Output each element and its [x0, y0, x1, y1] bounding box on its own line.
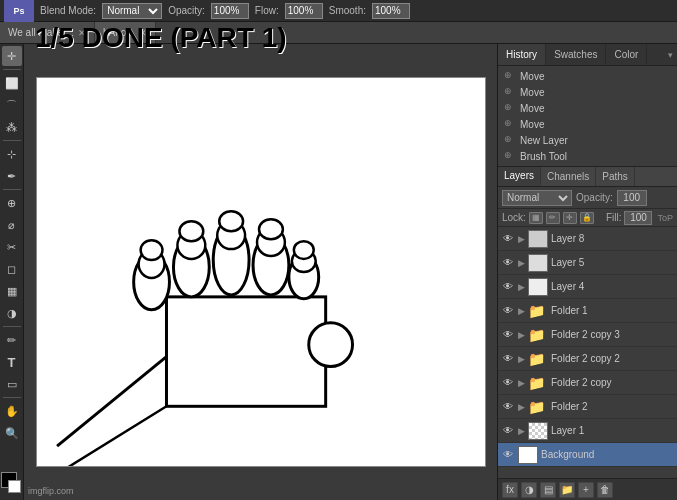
fill-input[interactable]: [624, 211, 652, 225]
magic-wand-tool[interactable]: ⁂: [2, 117, 22, 137]
zoom-tool[interactable]: 🔍: [2, 423, 22, 443]
lock-transparency-icon[interactable]: ▦: [529, 212, 543, 224]
history-item-2[interactable]: ⊕ Move: [500, 100, 675, 116]
layers-tab[interactable]: Layers: [498, 167, 541, 186]
color-tab[interactable]: Color: [606, 44, 647, 65]
eye-icon-7[interactable]: 👁: [501, 400, 515, 414]
healing-tool[interactable]: ⊕: [2, 193, 22, 213]
layer-item-7[interactable]: 👁 ▶ 📁 Folder 2: [498, 395, 677, 419]
top-toolbar: Ps Blend Mode: Normal Opacity: Flow: Smo…: [0, 0, 677, 22]
layer-new-btn[interactable]: +: [578, 482, 594, 498]
svg-point-16: [293, 241, 313, 259]
shape-tool[interactable]: ▭: [2, 374, 22, 394]
marquee-tool[interactable]: ⬜: [2, 73, 22, 93]
title-overlay: 1/5 DONE (PART 1): [35, 22, 287, 54]
eye-icon-4[interactable]: 👁: [501, 328, 515, 342]
folder-icon-7: 📁: [528, 399, 545, 415]
smooth-input[interactable]: [372, 3, 410, 19]
layer-arrow-7: ▶: [518, 402, 525, 412]
history-item-3[interactable]: ⊕ Move: [500, 116, 675, 132]
gradient-tool[interactable]: ▦: [2, 281, 22, 301]
layer-name-9: Background: [541, 449, 674, 460]
eye-icon-2[interactable]: 👁: [501, 280, 515, 294]
layer-thumb-7: 📁: [528, 398, 548, 416]
dodge-tool[interactable]: ◑: [2, 303, 22, 323]
layer-fx-btn[interactable]: fx: [502, 482, 518, 498]
panel-tabs: History Swatches Color ▾: [498, 44, 677, 66]
history-tab[interactable]: History: [498, 44, 546, 65]
tool-divider-5: [3, 397, 21, 398]
brush-tool[interactable]: ⌀: [2, 215, 22, 235]
layer-item-4[interactable]: 👁 ▶ 📁 Folder 2 copy 3: [498, 323, 677, 347]
lock-position-icon[interactable]: ✛: [563, 212, 577, 224]
text-tool[interactable]: T: [2, 352, 22, 372]
clone-tool[interactable]: ✂: [2, 237, 22, 257]
layer-name-5: Folder 2 copy 2: [551, 353, 674, 364]
eye-icon-1[interactable]: 👁: [501, 256, 515, 270]
top-label: ToP: [657, 213, 673, 223]
lock-image-icon[interactable]: ✏: [546, 212, 560, 224]
channels-tab[interactable]: Channels: [541, 167, 596, 186]
layer-adjustment-btn[interactable]: ▤: [540, 482, 556, 498]
history-item-0[interactable]: ⊕ Move: [500, 68, 675, 84]
layer-arrow-4: ▶: [518, 330, 525, 340]
hand-tool[interactable]: ✋: [2, 401, 22, 421]
eye-icon-8[interactable]: 👁: [501, 424, 515, 438]
move-tool[interactable]: ✛: [2, 46, 22, 66]
eye-icon-0[interactable]: 👁: [501, 232, 515, 246]
svg-point-17: [308, 323, 352, 367]
layer-item-5[interactable]: 👁 ▶ 📁 Folder 2 copy 2: [498, 347, 677, 371]
layer-item-1[interactable]: 👁 ▶ Layer 5: [498, 251, 677, 275]
smooth-label: Smooth:: [329, 5, 366, 16]
history-icon-0: ⊕: [504, 70, 516, 82]
color-stack[interactable]: [1, 472, 23, 494]
layer-group-btn[interactable]: 📁: [559, 482, 575, 498]
layer-thumb-6: 📁: [528, 374, 548, 392]
layer-delete-btn[interactable]: 🗑: [597, 482, 613, 498]
tool-divider-3: [3, 189, 21, 190]
eyedropper-tool[interactable]: ✒: [2, 166, 22, 186]
panel-collapse-btn[interactable]: ▾: [664, 44, 677, 65]
paths-tab[interactable]: Paths: [596, 167, 635, 186]
history-item-5[interactable]: ⊕ Brush Tool: [500, 148, 675, 164]
history-item-4[interactable]: ⊕ New Layer: [500, 132, 675, 148]
layer-item-2[interactable]: 👁 ▶ Layer 4: [498, 275, 677, 299]
layers-opacity-input[interactable]: [617, 190, 647, 206]
layer-thumb-4: 📁: [528, 326, 548, 344]
layer-item-9[interactable]: 👁 Background: [498, 443, 677, 467]
left-toolbar: ✛ ⬜ ⌒ ⁂ ⊹ ✒ ⊕ ⌀ ✂ ◻ ▦ ◑ ✏ T ▭ ✋ 🔍: [0, 44, 24, 500]
lasso-tool[interactable]: ⌒: [2, 95, 22, 115]
layer-item-8[interactable]: 👁 ▶ Layer 1: [498, 419, 677, 443]
layers-blend-select[interactable]: Normal: [502, 190, 572, 206]
eye-icon-9[interactable]: 👁: [501, 448, 515, 462]
lock-all-icon[interactable]: 🔒: [580, 212, 594, 224]
eye-icon-5[interactable]: 👁: [501, 352, 515, 366]
layer-item-0[interactable]: 👁 ▶ Layer 8: [498, 227, 677, 251]
opacity-input[interactable]: [211, 3, 249, 19]
flow-input[interactable]: [285, 3, 323, 19]
app-logo: Ps: [4, 0, 34, 22]
layer-item-3[interactable]: 👁 ▶ 📁 Folder 1: [498, 299, 677, 323]
layer-arrow-3: ▶: [518, 306, 525, 316]
background-color[interactable]: [8, 480, 21, 493]
layer-mask-btn[interactable]: ◑: [521, 482, 537, 498]
flow-label: Flow:: [255, 5, 279, 16]
canvas-area: imgflip.com: [24, 44, 497, 500]
crop-tool[interactable]: ⊹: [2, 144, 22, 164]
eraser-tool[interactable]: ◻: [2, 259, 22, 279]
eye-icon-6[interactable]: 👁: [501, 376, 515, 390]
blend-mode-select[interactable]: Normal: [102, 3, 162, 19]
layers-bottom: fx ◑ ▤ 📁 + 🗑: [498, 478, 677, 500]
swatches-tab[interactable]: Swatches: [546, 44, 606, 65]
layers-panel: Layers Channels Paths Normal Opacity: Lo…: [498, 166, 677, 500]
eye-icon-3[interactable]: 👁: [501, 304, 515, 318]
layer-thumb-5: 📁: [528, 350, 548, 368]
canvas[interactable]: [36, 77, 486, 467]
tool-divider-2: [3, 140, 21, 141]
history-item-1[interactable]: ⊕ Move: [500, 84, 675, 100]
folder-icon-3: 📁: [528, 303, 545, 319]
layer-name-6: Folder 2 copy: [551, 377, 674, 388]
pen-tool[interactable]: ✏: [2, 330, 22, 350]
layer-item-6[interactable]: 👁 ▶ 📁 Folder 2 copy: [498, 371, 677, 395]
history-item-1-label: Move: [520, 87, 544, 98]
